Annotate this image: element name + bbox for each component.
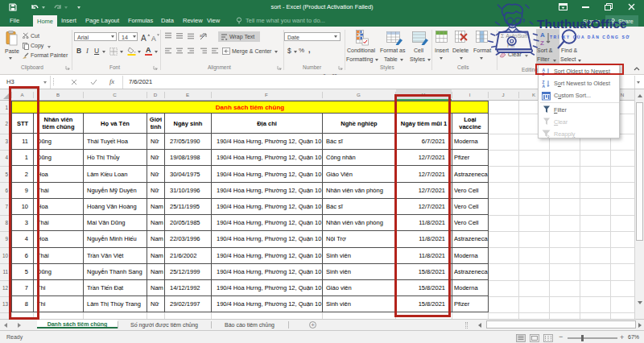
svg-text:ThuthuatOffice: ThuthuatOffice (537, 17, 627, 31)
svg-text:A: A (141, 34, 147, 43)
svg-text:Z: Z (543, 81, 545, 85)
svg-text:A: A (151, 35, 156, 43)
svg-text:ab: ab (200, 33, 204, 38)
svg-text:A: A (543, 85, 546, 88)
svg-text:TRÍ KỶ CỦA DÂN CÔNG SỞ: TRÍ KỶ CỦA DÂN CÔNG SỞ (550, 34, 630, 39)
